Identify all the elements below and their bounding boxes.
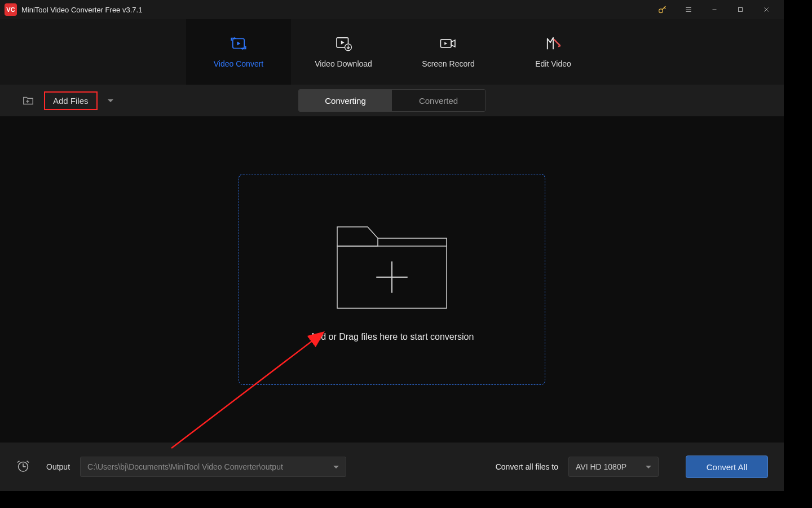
output-path-select[interactable]: C:\Users\bj\Documents\MiniTool Video Con… [80,457,346,477]
license-key-button[interactable] [650,0,676,19]
titlebar: VC MiniTool Video Converter Free v3.7.1 [0,0,784,19]
nav-tab-edit-video[interactable]: Edit Video [501,19,606,85]
record-icon [439,36,458,51]
toolbar: Add Files Converting Converted [0,85,784,116]
maximize-button[interactable] [727,0,753,19]
svg-line-2 [664,7,665,8]
maximize-icon [736,6,744,14]
add-files-dropdown[interactable] [108,99,113,102]
close-button[interactable] [753,0,779,19]
svg-marker-15 [341,41,345,45]
nav-label: Video Download [315,59,372,68]
nav-tab-video-download[interactable]: Video Download [291,19,396,85]
convert-all-label: Convert all files to [496,462,558,471]
format-value: AVI HD 1080P [576,462,626,471]
main-content: Add or Drag files here to start conversi… [0,116,784,443]
file-dropzone[interactable]: Add or Drag files here to start conversi… [239,174,545,385]
nav-tab-video-convert[interactable]: Video Convert [186,19,291,85]
add-files-button[interactable]: Add Files [44,91,98,110]
dropzone-text: Add or Drag files here to start conversi… [310,332,474,342]
bottom-bar: Output C:\Users\bj\Documents\MiniTool Vi… [0,443,784,491]
chevron-down-icon [646,466,651,468]
download-icon [334,36,353,51]
menu-button[interactable] [676,0,701,19]
nav-label: Screen Record [422,59,474,68]
schedule-button[interactable] [16,458,30,475]
svg-marker-19 [444,42,447,45]
chevron-down-icon [333,466,339,468]
conversion-tabset: Converting Converted [298,89,486,112]
add-file-folder-icon[interactable] [21,94,35,107]
folder-plus-icon [334,217,450,312]
clock-icon [16,458,30,473]
minimize-button[interactable] [701,0,727,19]
tab-converting[interactable]: Converting [299,90,392,111]
app-window: VC MiniTool Video Converter Free v3.7.1 [0,0,784,491]
app-title: MiniTool Video Converter Free v3.7.1 [21,6,142,14]
minimize-icon [710,6,718,14]
nav-label: Video Convert [214,59,263,68]
output-format-select[interactable]: AVI HD 1080P [568,457,659,477]
app-logo-icon: VC [5,3,17,16]
hamburger-icon [685,6,692,14]
chevron-down-icon [108,99,113,102]
key-icon [657,5,668,15]
top-navigation: Video Convert Video Download Screen Reco… [0,19,784,85]
output-path-value: C:\Users\bj\Documents\MiniTool Video Con… [87,462,283,471]
nav-tab-screen-record[interactable]: Screen Record [396,19,501,85]
convert-all-button[interactable]: Convert All [686,456,768,478]
nav-label: Edit Video [535,59,571,68]
svg-marker-11 [237,42,240,46]
svg-rect-7 [739,8,743,12]
close-icon [762,6,770,14]
tab-converted[interactable]: Converted [392,90,485,111]
edit-icon [544,36,563,51]
convert-icon [229,36,248,51]
output-label: Output [46,462,70,471]
